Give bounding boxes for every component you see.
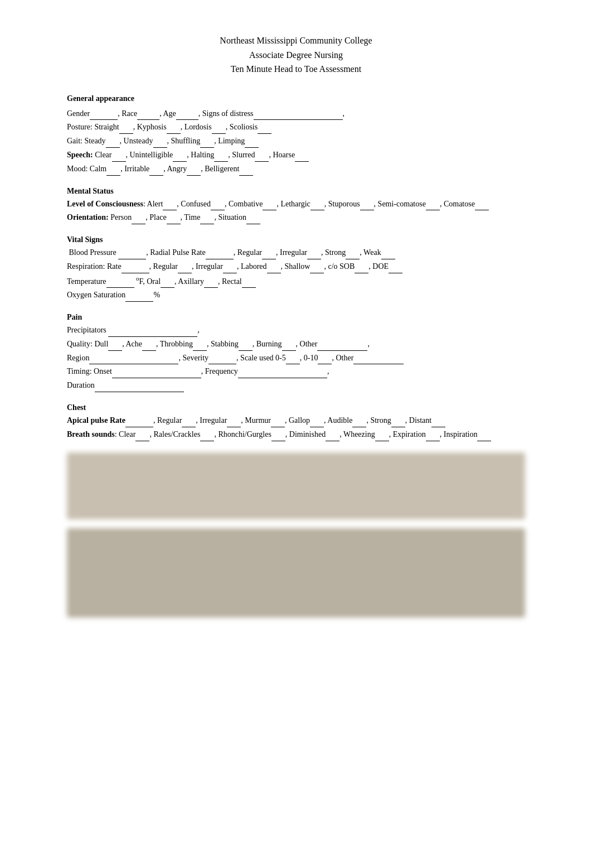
mood-irritable[interactable] <box>149 162 163 176</box>
pain-scale-05[interactable] <box>286 351 300 365</box>
general-appearance-line4: Speech: Clear , Unintelligible , Halting… <box>67 148 525 162</box>
speech-hoarse[interactable] <box>295 148 309 162</box>
apical-strong[interactable] <box>391 413 405 427</box>
mood-belligerent[interactable] <box>239 162 253 176</box>
pain-quality: Quality: Dull , Ache , Throbbing , Stabb… <box>67 337 525 351</box>
mental-status-title: Mental Status <box>67 187 525 196</box>
speech-halting[interactable] <box>214 148 228 162</box>
pain-title: Pain <box>67 313 525 322</box>
general-appearance-line1: Gender , Race , Age , Signs of distress … <box>67 107 525 120</box>
general-appearance-line5: Mood: Calm , Irritable , Angry , Bellige… <box>67 162 525 176</box>
vital-signs-bp: Blood Pressure , Radial Pulse Rate , Reg… <box>67 245 525 259</box>
breath-rales[interactable] <box>200 427 214 441</box>
pulse-strong[interactable] <box>346 245 360 259</box>
pain-frequency[interactable] <box>238 364 327 378</box>
apical-gallop[interactable] <box>310 413 324 427</box>
loc-comatose[interactable] <box>475 197 489 211</box>
pain-severity-field[interactable] <box>208 351 236 365</box>
loc-stuporous[interactable] <box>360 197 374 211</box>
gait-limping[interactable] <box>245 134 259 148</box>
mental-status-section: Mental Status Level of Consciousness: Al… <box>67 187 525 225</box>
resp-shallow[interactable] <box>310 259 324 273</box>
loc-alert[interactable] <box>163 197 177 211</box>
posture-lordosis[interactable] <box>212 120 226 134</box>
orient-situation[interactable] <box>246 210 260 224</box>
mental-status-loc: Level of Consciousness: Alert , Confused… <box>67 197 525 211</box>
vital-signs-section: Vital Signs Blood Pressure , Radial Puls… <box>67 235 525 302</box>
speech-clear[interactable] <box>112 148 126 162</box>
pain-other[interactable] <box>317 337 367 351</box>
loc-lethargic[interactable] <box>310 197 324 211</box>
general-appearance-section: General appearance Gender , Race , Age ,… <box>67 92 525 176</box>
breath-inspiration[interactable] <box>477 427 491 441</box>
age-field[interactable] <box>176 107 198 120</box>
pain-stabbing[interactable] <box>239 337 253 351</box>
gait-unsteady[interactable] <box>153 134 167 148</box>
loc-semi-comatose[interactable] <box>426 197 440 211</box>
breath-diminished[interactable] <box>326 427 339 441</box>
pain-scale-010[interactable] <box>318 351 332 365</box>
resp-sob[interactable] <box>355 259 368 273</box>
redacted-area-2 <box>67 528 525 618</box>
apical-rate-field[interactable] <box>125 413 153 427</box>
o2-sat-field[interactable] <box>125 288 153 302</box>
pain-duration: Duration <box>67 378 525 392</box>
breath-clear[interactable] <box>135 427 149 441</box>
mood-calm[interactable] <box>106 162 120 176</box>
orient-place[interactable] <box>167 210 181 224</box>
pain-timing: Timing: Onset , Frequency , <box>67 364 525 378</box>
pulse-weak[interactable] <box>381 245 395 259</box>
pulse-regular[interactable] <box>262 245 276 259</box>
pain-burning[interactable] <box>282 337 296 351</box>
pain-region-field[interactable] <box>89 351 178 365</box>
posture-scoliosis[interactable] <box>258 120 271 134</box>
pulse-irregular[interactable] <box>307 245 321 259</box>
race-field[interactable] <box>137 107 159 120</box>
vital-signs-o2: Oxygen Saturation % <box>67 288 525 302</box>
apical-distant[interactable] <box>431 413 445 427</box>
pain-onset[interactable] <box>112 364 201 378</box>
resp-regular[interactable] <box>178 259 192 273</box>
chest-section: Chest Apical pulse Rate , Regular , Irre… <box>67 403 525 441</box>
mood-angry[interactable] <box>187 162 201 176</box>
orient-person[interactable] <box>132 210 145 224</box>
apical-audible[interactable] <box>352 413 366 427</box>
apical-irregular[interactable] <box>227 413 241 427</box>
header-line2: Associate Degree Nursing <box>249 50 343 60</box>
temp-rectal[interactable] <box>242 274 256 288</box>
pain-scale-other[interactable] <box>353 351 404 365</box>
gait-shuffling[interactable] <box>200 134 214 148</box>
speech-unintelligible[interactable] <box>173 148 187 162</box>
pulse-rate-field[interactable] <box>206 245 234 259</box>
posture-kyphosis[interactable] <box>167 120 181 134</box>
general-appearance-title: General appearance <box>67 92 525 105</box>
loc-combative[interactable] <box>263 197 276 211</box>
pain-duration-field[interactable] <box>95 378 184 392</box>
signs-distress-field[interactable] <box>254 107 343 120</box>
resp-labored[interactable] <box>267 259 281 273</box>
pain-dull[interactable] <box>108 337 122 351</box>
apical-murmur[interactable] <box>271 413 285 427</box>
resp-irregular[interactable] <box>223 259 237 273</box>
resp-doe[interactable] <box>389 259 402 273</box>
resp-rate[interactable] <box>122 259 149 273</box>
temp-field[interactable] <box>106 274 134 288</box>
speech-slurred[interactable] <box>255 148 269 162</box>
temp-oral[interactable] <box>161 274 174 288</box>
bp-field[interactable] <box>118 245 146 259</box>
precipitators-field[interactable] <box>108 323 197 337</box>
temp-axillary[interactable] <box>204 274 218 288</box>
breath-wheezing[interactable] <box>375 427 389 441</box>
pain-section: Pain Precipitators , Quality: Dull , Ach… <box>67 313 525 392</box>
orient-time[interactable] <box>200 210 214 224</box>
breath-rhonchi[interactable] <box>271 427 285 441</box>
gender-field[interactable] <box>90 107 118 120</box>
breath-expiration[interactable] <box>426 427 440 441</box>
posture-straight[interactable] <box>119 120 133 134</box>
gait-steady[interactable] <box>106 134 120 148</box>
pain-ache[interactable] <box>142 337 156 351</box>
mental-status-orientation: Orientation: Person , Place , Time , Sit… <box>67 210 525 224</box>
apical-regular[interactable] <box>182 413 196 427</box>
pain-throbbing[interactable] <box>193 337 207 351</box>
loc-confused[interactable] <box>211 197 225 211</box>
